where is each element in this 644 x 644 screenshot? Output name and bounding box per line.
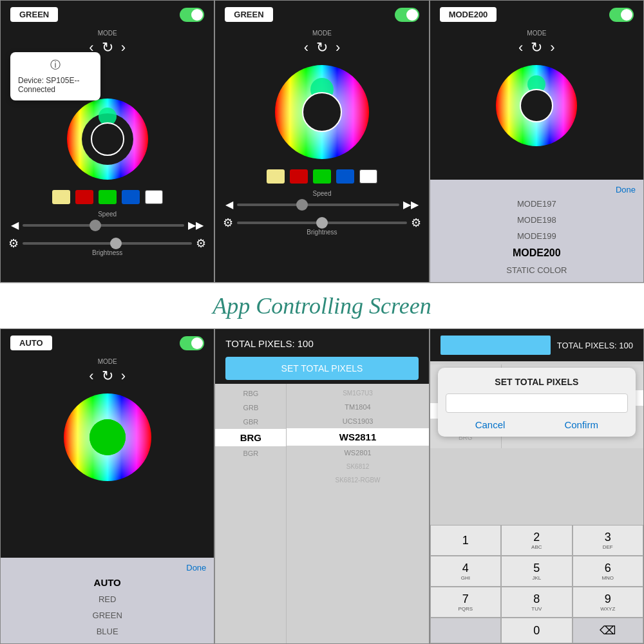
panel2-colorwheel-container xyxy=(215,59,428,166)
panel3-refresh-icon[interactable]: ↻ xyxy=(531,39,542,56)
panel4-refresh-icon[interactable]: ↻ xyxy=(102,368,113,384)
p2-swatch-yellow[interactable] xyxy=(267,169,285,184)
panel3-mode-text: MODE xyxy=(430,30,643,37)
panel4-prev-arrow[interactable]: ‹ xyxy=(89,368,93,384)
panel1-cw-visual xyxy=(66,97,149,181)
mode-item-static[interactable]: STATIC COLOR xyxy=(430,262,643,278)
panel2-next-arrow[interactable]: › xyxy=(336,39,340,56)
key-5[interactable]: 5 JKL xyxy=(501,556,572,587)
mode-item-197[interactable]: MODE197 xyxy=(430,196,643,212)
swatch-green[interactable] xyxy=(99,190,117,204)
panel1-brightness-label: Brightness xyxy=(1,249,214,256)
key-3[interactable]: 3 DEF xyxy=(573,525,643,556)
key-star[interactable] xyxy=(430,618,501,643)
panel1-gear-left[interactable]: ⚙ xyxy=(8,236,19,251)
panel2-speed-thumb[interactable] xyxy=(296,199,308,211)
p2-swatch-white[interactable] xyxy=(359,169,377,184)
panel3-done-btn[interactable]: Done xyxy=(430,184,643,196)
panel2-prev-arrow[interactable]: ‹ xyxy=(304,39,308,56)
panel2-colorwheel[interactable] xyxy=(274,64,370,160)
panel2-brightness-track[interactable] xyxy=(237,222,406,224)
panel2-brightness-thumb[interactable] xyxy=(316,217,328,229)
panel4-mode-label: AUTO xyxy=(10,336,52,350)
panel3-cw-visual xyxy=(495,64,578,147)
panel6-confirm-btn[interactable]: Confirm xyxy=(564,419,598,430)
svg-point-7 xyxy=(91,123,124,155)
panel4-next-arrow[interactable]: › xyxy=(121,368,126,384)
panel1-colorwheel[interactable] xyxy=(66,97,149,181)
p5-ucs1903[interactable]: UCS1903 xyxy=(287,414,428,428)
swatch-blue[interactable] xyxy=(122,190,140,204)
panel1-brightness-track[interactable] xyxy=(23,242,192,245)
p5-grb[interactable]: GRB xyxy=(215,401,286,415)
panel2-speed-track[interactable] xyxy=(237,204,399,206)
panel2-speed-right[interactable]: ▶▶ xyxy=(403,198,419,211)
panel2-refresh-icon[interactable]: ↻ xyxy=(316,39,328,56)
panel4-colorwheel-container xyxy=(1,387,214,488)
p5-sk6812[interactable]: SK6812 xyxy=(287,460,428,473)
key-4[interactable]: 4 GHI xyxy=(430,556,501,587)
key-3-main: 3 xyxy=(605,531,611,544)
p5-ws2801[interactable]: WS2801 xyxy=(287,446,428,460)
key-0[interactable]: 0 xyxy=(501,618,572,643)
auto-item-red[interactable]: RED xyxy=(1,591,214,607)
panel1-speed-thumb[interactable] xyxy=(90,220,101,231)
panel1-speed-section: Speed ◀ ▶▶ xyxy=(1,208,214,234)
panel3-colorwheel[interactable] xyxy=(495,64,578,147)
swatch-yellow[interactable] xyxy=(52,190,70,204)
key-1[interactable]: 1 xyxy=(430,525,501,556)
auto-item-auto[interactable]: AUTO xyxy=(1,574,214,591)
auto-item-blue[interactable]: BLUE xyxy=(1,623,214,639)
panel2-speed-left[interactable]: ◀ xyxy=(225,198,233,211)
p5-sm1[interactable]: SM1G7U3 xyxy=(287,386,428,400)
p5-ws2811[interactable]: WS2811 xyxy=(287,428,428,446)
panel5-set-btn[interactable]: SET TOTAL PIXELS xyxy=(225,357,418,380)
mode-item-200[interactable]: MODE200 xyxy=(430,244,643,262)
panel4-colorwheel[interactable] xyxy=(62,392,153,482)
key-9[interactable]: 9 WXYZ xyxy=(573,587,643,618)
panel1-toggle[interactable] xyxy=(180,8,204,22)
panel6-cancel-btn[interactable]: Cancel xyxy=(475,419,506,430)
panel2-gear-right[interactable]: ⚙ xyxy=(411,216,421,230)
bottom-row: AUTO MODE ‹ ↻ › xyxy=(0,328,644,644)
panel3-mode-row: ‹ ↻ › xyxy=(430,37,643,59)
p5-rbg[interactable]: RBG xyxy=(215,386,286,401)
key-6[interactable]: 6 MNO xyxy=(573,556,643,587)
auto-item-green[interactable]: GREEN xyxy=(1,607,214,623)
key-8[interactable]: 8 TUV xyxy=(501,587,572,618)
panel1-refresh-icon[interactable]: ↻ xyxy=(102,39,113,56)
key-2[interactable]: 2 ABC xyxy=(501,525,572,556)
p2-swatch-blue[interactable] xyxy=(336,169,354,184)
mode-item-199[interactable]: MODE199 xyxy=(430,228,643,244)
panel1-brightness-thumb[interactable] xyxy=(110,238,122,249)
panel1-next-arrow[interactable]: › xyxy=(121,39,126,56)
panel5-picker: RBG GRB GBR BRG BGR SM1G7U3 TM1804 UCS19… xyxy=(215,384,428,643)
panel3-prev-arrow[interactable]: ‹ xyxy=(518,39,523,56)
p5-sk6812rgbw[interactable]: SK6812-RGBW xyxy=(287,473,428,487)
swatch-red[interactable] xyxy=(75,190,93,204)
panel4-done-btn[interactable]: Done xyxy=(1,562,214,574)
panel4-toggle[interactable] xyxy=(180,336,204,350)
swatch-white[interactable] xyxy=(145,190,163,204)
panel6-blue-bar[interactable] xyxy=(440,336,551,355)
panel1-gear-right[interactable]: ⚙ xyxy=(196,236,206,251)
panel2-gear-left[interactable]: ⚙ xyxy=(223,216,233,230)
p5-tm1804[interactable]: TM1804 xyxy=(287,400,428,414)
p2-swatch-red[interactable] xyxy=(290,169,308,184)
panel6-dialog-input[interactable] xyxy=(446,393,628,413)
key-backspace[interactable]: ⌫ xyxy=(573,618,643,643)
panel1-mode-label: GREEN xyxy=(10,7,58,22)
panel3-next-arrow[interactable]: › xyxy=(550,39,554,56)
p5-gbr[interactable]: GBR xyxy=(215,415,286,429)
p5-bgr[interactable]: BGR xyxy=(215,446,286,460)
key-7[interactable]: 7 PQRS xyxy=(430,587,501,618)
p5-brg[interactable]: BRG xyxy=(215,429,286,446)
mode-item-198[interactable]: MODE198 xyxy=(430,212,643,228)
panel2-toggle[interactable] xyxy=(395,8,419,22)
panel1-speed-left[interactable]: ◀ xyxy=(11,219,19,231)
panel1-speed-right[interactable]: ▶▶ xyxy=(188,219,204,231)
panel3-toggle[interactable] xyxy=(609,8,634,22)
p2-swatch-green[interactable] xyxy=(313,169,331,184)
panel1-speed-track[interactable] xyxy=(23,224,184,227)
panel5-total-label: TOTAL PIXELS: 100 xyxy=(215,329,428,353)
